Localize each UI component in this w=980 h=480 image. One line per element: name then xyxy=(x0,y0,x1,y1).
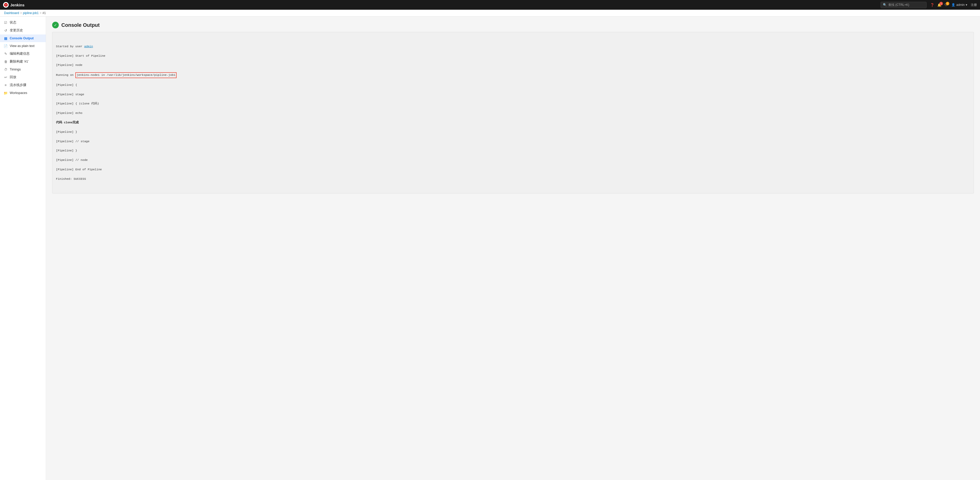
edit-icon: ✎ xyxy=(3,52,8,56)
console-line-3: [Pipeline] node xyxy=(56,63,970,67)
layout: ☑ 状态 ↺ 变更历史 ▤ Console Output 📄 View as p… xyxy=(0,17,980,480)
sidebar-label-console: Console Output xyxy=(10,36,34,40)
search-placeholder: 查找 (CTRL+K) xyxy=(888,3,909,7)
console-line-1: Started by user admin xyxy=(56,44,970,49)
console-line-2: [Pipeline] Start of Pipeline xyxy=(56,54,970,58)
jenkins-logo[interactable]: Jenkins xyxy=(3,2,24,8)
breadcrumb-dashboard[interactable]: Dashboard xyxy=(4,11,19,15)
breadcrumb-sep-1: > xyxy=(20,11,22,15)
delete-icon: 🗑 xyxy=(3,60,8,64)
topnav-left: Jenkins xyxy=(3,2,24,8)
topnav-icons: ❓ 🔔 1 🛡 1 xyxy=(930,3,948,7)
notifications-wrap[interactable]: 🔔 1 xyxy=(937,3,942,7)
sidebar-item-console[interactable]: ▤ Console Output xyxy=(0,35,46,42)
search-box[interactable]: 🔍 查找 (CTRL+K) xyxy=(881,2,927,8)
sidebar-label-plain-text: View as plain text xyxy=(10,44,35,48)
register-link[interactable]: 注册 xyxy=(971,3,977,7)
sidebar-label-workspaces: Workspaces xyxy=(10,91,27,95)
main-content: ✓ Console Output Started by user admin [… xyxy=(46,17,980,480)
sidebar-label-edit: 编辑构建信息 xyxy=(10,52,30,56)
breadcrumb-job[interactable]: pipline-job1 xyxy=(23,11,38,15)
sidebar-label-delete: 删除构建 '#1' xyxy=(10,60,29,64)
svg-point-0 xyxy=(4,3,8,6)
sidebar-item-edit[interactable]: ✎ 编辑构建信息 xyxy=(0,50,46,58)
svg-point-2 xyxy=(6,4,7,5)
console-icon: ▤ xyxy=(3,36,8,40)
user-icon: 👤 xyxy=(951,3,955,6)
history-icon: ↺ xyxy=(3,29,8,33)
console-line-13: [Pipeline] // node xyxy=(56,158,970,162)
console-line-5: [Pipeline] { xyxy=(56,83,970,87)
breadcrumb: Dashboard > pipline-job1 > #1 xyxy=(0,10,980,17)
sidebar-label-status: 状态 xyxy=(10,21,16,25)
sidebar-label-timings: Timings xyxy=(10,68,21,71)
sidebar-item-pipeline-steps[interactable]: ≡ 流水线步骤 xyxy=(0,81,46,89)
status-icon: ☑ xyxy=(3,21,8,25)
console-line-14: [Pipeline] End of Pipeline xyxy=(56,167,970,172)
console-output-box: Started by user admin [Pipeline] Start o… xyxy=(52,32,974,193)
workspace-icon: 📁 xyxy=(3,91,8,95)
console-line-10: [Pipeline] } xyxy=(56,130,970,134)
console-line-4: Running on jenkins-node1 in /var/lib/jen… xyxy=(56,72,970,78)
sidebar-item-timings[interactable]: ⏱ Timings xyxy=(0,66,46,73)
sidebar-label-pipeline-steps: 流水线步骤 xyxy=(10,83,26,87)
console-line-11: [Pipeline] // stage xyxy=(56,139,970,144)
sidebar-item-history[interactable]: ↺ 变更历史 xyxy=(0,27,46,35)
sidebar-label-history: 变更历史 xyxy=(10,29,23,33)
console-line-6: [Pipeline] stage xyxy=(56,92,970,97)
search-icon: 🔍 xyxy=(883,3,887,6)
jenkins-logo-icon xyxy=(3,2,9,8)
admin-link[interactable]: admin xyxy=(84,45,93,48)
pipeline-icon: ≡ xyxy=(3,83,8,87)
replay-icon: ↩ xyxy=(3,75,8,79)
sidebar-item-workspaces[interactable]: 📁 Workspaces xyxy=(0,89,46,97)
highlighted-node: jenkins-node1 in /var/lib/jenkins/worksp… xyxy=(75,72,177,78)
breadcrumb-sep-2: > xyxy=(40,11,41,15)
topnav-right: 🔍 查找 (CTRL+K) ❓ 🔔 1 🛡 1 👤 admin ▾ 注册 xyxy=(881,2,977,8)
topnav: Jenkins 🔍 查找 (CTRL+K) ❓ 🔔 1 🛡 1 👤 admin … xyxy=(0,0,980,10)
console-line-12: [Pipeline] } xyxy=(56,148,970,153)
sidebar: ☑ 状态 ↺ 变更历史 ▤ Console Output 📄 View as p… xyxy=(0,17,46,480)
breadcrumb-current: #1 xyxy=(43,11,46,15)
security-badge: 1 xyxy=(946,2,949,5)
help-icon[interactable]: ❓ xyxy=(930,3,934,7)
security-wrap[interactable]: 🛡 1 xyxy=(945,3,948,7)
brand-name: Jenkins xyxy=(10,3,24,7)
file-icon: 📄 xyxy=(3,44,8,48)
notifications-badge: 1 xyxy=(939,2,943,5)
console-line-7: [Pipeline] { (clone 代码) xyxy=(56,101,970,106)
console-line-9: 代码 clone完成 xyxy=(56,120,970,125)
svg-point-1 xyxy=(5,4,6,5)
page-title: Console Output xyxy=(61,22,100,28)
sidebar-item-plain-text[interactable]: 📄 View as plain text xyxy=(0,42,46,50)
page-title-row: ✓ Console Output xyxy=(52,22,974,29)
console-line-8: [Pipeline] echo xyxy=(56,111,970,116)
sidebar-label-replay: 回放 xyxy=(10,75,16,79)
timings-icon: ⏱ xyxy=(3,67,8,71)
user-menu[interactable]: 👤 admin ▾ xyxy=(951,3,967,6)
chevron-down-icon: ▾ xyxy=(966,3,967,6)
sidebar-item-replay[interactable]: ↩ 回放 xyxy=(0,73,46,81)
sidebar-item-delete[interactable]: 🗑 删除构建 '#1' xyxy=(0,58,46,66)
sidebar-item-status[interactable]: ☑ 状态 xyxy=(0,19,46,27)
console-line-15: Finished: SUCCESS xyxy=(56,177,970,181)
user-name: admin xyxy=(956,3,965,6)
success-icon: ✓ xyxy=(52,22,59,29)
